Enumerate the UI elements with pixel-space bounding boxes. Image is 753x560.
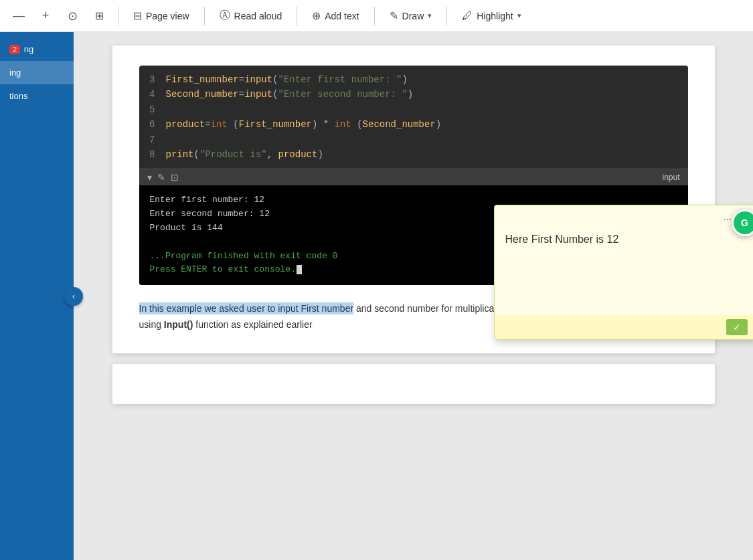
line-num-7: 7: [139, 132, 166, 147]
read-aloud-button[interactable]: Ⓐ Read aloud: [213, 5, 289, 27]
line-code-7: [166, 132, 688, 147]
line-num-5: 5: [139, 102, 166, 117]
draw-button[interactable]: ✎ Draw ▾: [383, 5, 439, 26]
sep4: [374, 7, 375, 25]
sticky-note-menu-button[interactable]: ...: [723, 211, 732, 223]
terminal-cursor: [297, 265, 302, 274]
sticky-note-header: ... ✕: [495, 205, 754, 228]
line-num-8: 8: [139, 147, 166, 162]
sep3: [297, 7, 297, 25]
reader-icon: ⊙: [68, 9, 78, 23]
line-num-4: 4: [139, 87, 166, 102]
sticky-note: ... ✕ Here First Number is 12 ✓: [494, 205, 754, 340]
minus-icon: —: [13, 9, 25, 23]
sep5: [446, 7, 447, 25]
chevron-left-icon: ‹: [72, 292, 75, 301]
terminal-edit-icon[interactable]: ✎: [157, 172, 165, 183]
page-content: 3 First_numnber=input("Enter first numbe…: [112, 45, 715, 353]
zoom-out-button[interactable]: —: [8, 5, 29, 27]
add-text-icon: ⊕: [312, 9, 321, 22]
add-text-button[interactable]: ⊕ Add text: [305, 5, 365, 26]
text-part4: function as explained earlier: [193, 319, 312, 330]
sticky-note-body[interactable]: Here First Number is 12: [495, 228, 754, 315]
sidebar-item-tions[interactable]: tions: [0, 84, 74, 108]
zoom-in-button[interactable]: +: [35, 5, 56, 27]
fit-page-button[interactable]: ⊞: [88, 5, 110, 27]
draw-icon: ✎: [390, 9, 398, 22]
line-code-6: product=int (First_numnber) * int (Secon…: [166, 117, 688, 132]
code-lines: 3 First_numnber=input("Enter first numbe…: [139, 66, 688, 169]
main-area: 2 ng ing tions ‹ 3 First_numn: [0, 32, 753, 560]
sidebar: 2 ng ing tions ‹: [0, 32, 74, 560]
line-num-3: 3: [139, 72, 166, 87]
fitpage-icon: ⊞: [95, 9, 104, 22]
highlight-button[interactable]: 🖊 Highlight ▾: [455, 6, 527, 26]
pageview-icon: ⊟: [133, 9, 142, 22]
read-aloud-label: Read aloud: [234, 11, 282, 21]
immersive-reader-button[interactable]: ⊙: [62, 5, 83, 27]
toolbar: — + ⊙ ⊞ ⊟ Page view Ⓐ Read aloud ⊕ Add t…: [0, 0, 753, 32]
page-content-2: [112, 364, 715, 404]
sidebar-item-ing[interactable]: ing: [0, 61, 74, 84]
sidebar-label-tions: tions: [9, 91, 27, 101]
text-highlighted-part: In this example we asked user to input F…: [139, 302, 354, 314]
sticky-note-text: Here First Number is 12: [505, 234, 619, 245]
sidebar-collapse-button[interactable]: ‹: [64, 287, 83, 306]
code-line-8: 8 print("Product is", product): [139, 147, 688, 162]
line-code-4: Second_number=input("Enter second number…: [166, 87, 688, 102]
grammarly-label: G: [741, 217, 748, 228]
code-line-5: 5: [139, 102, 688, 117]
line-code-3: First_numnber=input("Enter first number:…: [166, 72, 688, 87]
line-code-5: [166, 102, 688, 117]
document-area[interactable]: 3 First_numnber=input("Enter first numbe…: [74, 32, 753, 560]
draw-chevron-icon: ▾: [428, 11, 432, 20]
sidebar-label-ing: ing: [9, 68, 21, 78]
sep2: [204, 7, 205, 25]
line-code-8: print("Product is", product): [166, 147, 688, 162]
page-view-label: Page view: [146, 11, 189, 21]
code-line-4: 4 Second_number=input("Enter second numb…: [139, 87, 688, 102]
add-text-label: Add text: [325, 11, 359, 21]
highlight-icon: 🖊: [462, 10, 473, 22]
line-num-6: 6: [139, 117, 166, 132]
sticky-note-confirm-button[interactable]: ✓: [726, 319, 748, 335]
page-wrapper: 3 First_numnber=input("Enter first numbe…: [112, 45, 715, 404]
terminal-label: input: [662, 173, 679, 182]
code-line-3: 3 First_numnber=input("Enter first numbe…: [139, 72, 688, 87]
draw-label: Draw: [402, 11, 424, 21]
text-bold-input: Input(): [164, 319, 193, 330]
highlight-label: Highlight: [477, 11, 513, 21]
terminal-copy-icon[interactable]: ⊡: [171, 172, 179, 183]
plus-icon: +: [42, 9, 50, 23]
code-line-7: 7: [139, 132, 688, 147]
highlight-chevron-icon: ▾: [517, 11, 521, 20]
page-view-button[interactable]: ⊟ Page view: [127, 5, 196, 26]
sidebar-badge: 2: [9, 45, 20, 54]
sidebar-item-ng[interactable]: 2 ng: [0, 37, 74, 61]
terminal-toolbar: ▾ ✎ ⊡ input: [139, 169, 688, 185]
sep1: [118, 7, 118, 25]
read-aloud-icon: Ⓐ: [220, 9, 230, 23]
terminal-arrow-down-icon[interactable]: ▾: [147, 172, 152, 183]
sidebar-label-ng: ng: [24, 44, 33, 54]
code-line-6: 6 product=int (First_numnber) * int (Sec…: [139, 117, 688, 132]
sticky-note-footer: ✓: [495, 315, 754, 339]
